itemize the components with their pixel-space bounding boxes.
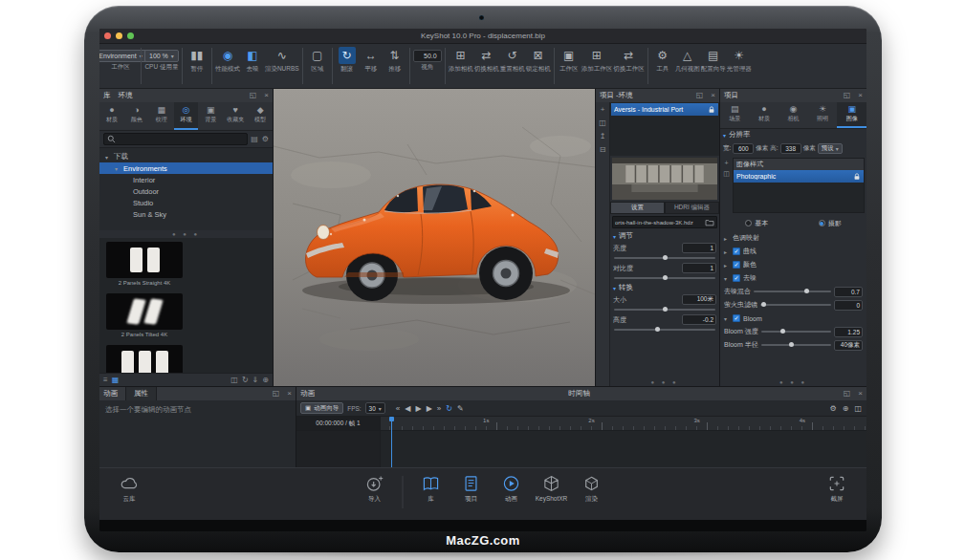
parameter-value-field[interactable]: 1 (682, 243, 716, 253)
style-item-row[interactable]: ▾✓Bloom (720, 312, 866, 325)
undock-icon[interactable]: ◱ (696, 92, 704, 99)
tree-item[interactable]: Outdoor (99, 185, 273, 197)
project-tab-场景[interactable]: ▤场景 (720, 102, 750, 128)
parameter-slider[interactable] (610, 254, 719, 262)
library-tab-纹理[interactable]: ▦纹理 (149, 102, 174, 130)
tab-settings[interactable]: 设置 (610, 202, 665, 214)
checkbox-checked-icon[interactable]: ✓ (733, 314, 740, 322)
library-tab-材质[interactable]: ●材质 (99, 102, 124, 130)
environment-select[interactable]: Environment▾工作区 (103, 47, 138, 70)
slider-knob[interactable] (663, 275, 668, 280)
render-button[interactable]: 渲染 (572, 474, 612, 504)
parameter-value-field[interactable]: -0.2 (682, 314, 716, 325)
expand-icon[interactable]: ▸ (724, 248, 730, 255)
style-item-row[interactable]: ▾✓去噪 (720, 271, 866, 285)
close-icon[interactable]: × (858, 390, 863, 398)
tree-item[interactable]: ▾Environments (99, 162, 273, 174)
slider-knob[interactable] (789, 342, 794, 347)
light-manager-button[interactable]: ☀光管理器 (727, 47, 752, 72)
add-environment-icon[interactable]: + (601, 105, 605, 114)
library-tab-收藏夹[interactable]: ♥收藏夹 (223, 102, 248, 130)
parameter-value-field[interactable]: 1 (682, 263, 716, 273)
close-icon[interactable]: × (711, 92, 715, 99)
slider-knob[interactable] (804, 289, 809, 293)
loop-icon[interactable]: ↻ (445, 404, 453, 413)
tree-item[interactable]: Studio (99, 197, 273, 208)
image-style-item[interactable]: Photographic (734, 170, 864, 183)
step-forward-icon[interactable]: ▶ (426, 404, 433, 413)
download-icon[interactable]: ⇓ (252, 376, 259, 384)
tab-hdri-editor[interactable]: HDRI 编辑器 (665, 202, 719, 214)
checkbox-checked-icon[interactable]: ✓ (733, 274, 740, 282)
section-collapse-icon[interactable]: ▾ (613, 233, 616, 240)
dolly-button[interactable]: ⇅推移 (384, 47, 406, 72)
expand-icon[interactable]: ▾ (724, 315, 730, 322)
parameter-slider[interactable] (610, 326, 719, 334)
preset-dropdown[interactable]: 预设▾ (818, 143, 843, 154)
add-workspace-button[interactable]: ⊞添加工作区 (581, 47, 613, 72)
zoom-fit-icon[interactable]: ◫ (853, 404, 863, 413)
tools-button[interactable]: ⚙工具 (651, 47, 674, 72)
environment-resize-handle[interactable]: ● ● ● (610, 378, 719, 386)
slider-value-field[interactable]: 0 (834, 300, 863, 311)
project-tab-材质[interactable]: ●材质 (750, 102, 779, 128)
resolution-section[interactable]: ▾ 分辨率 (720, 129, 866, 140)
parameter-value-field[interactable]: 100米 (682, 294, 716, 305)
timeline-track[interactable] (296, 431, 866, 467)
section-collapse-icon[interactable]: ▾ (613, 285, 616, 291)
pan-button[interactable]: ↔平移 (360, 47, 383, 72)
configurator-button[interactable]: ▤配置向导 (701, 47, 726, 72)
style-slider-row[interactable]: 萤火虫滤镜0 (720, 298, 866, 312)
slider-knob[interactable] (663, 255, 668, 260)
parameter-slider[interactable] (610, 274, 719, 282)
tree-item[interactable]: Sun & Sky (99, 208, 273, 220)
section-header[interactable]: ▾转换 (610, 282, 719, 293)
style-slider-row[interactable]: Bloom 半径40像素 (720, 338, 866, 352)
skip-start-icon[interactable]: « (395, 404, 401, 413)
library-tab-颜色[interactable]: ◑颜色 (124, 102, 149, 130)
slider-value-field[interactable]: 0.7 (834, 287, 863, 297)
perspective-field[interactable]: 50.0视角 (413, 47, 442, 70)
fps-dropdown[interactable]: 30▾ (365, 402, 385, 414)
workspace-button[interactable]: ▣工作区 (558, 47, 581, 72)
timeline-ruler[interactable]: 1s2s3s4s (381, 417, 866, 430)
pause-button[interactable]: ▮▮暂停 (186, 47, 208, 72)
keyshotxr-button[interactable]: KeyShotXR (532, 474, 572, 502)
undock-icon[interactable]: ◱ (250, 92, 257, 99)
undock-icon[interactable]: ◱ (273, 390, 280, 398)
cpu-usage-select[interactable]: 100 %▾CPU 使用量 (144, 47, 179, 70)
switch-camera-button[interactable]: ⇄切换相机 (474, 47, 499, 72)
list-view-icon[interactable]: ≡ (103, 376, 108, 384)
slider-value-field[interactable]: 1.25 (834, 327, 863, 337)
tree-item[interactable]: Interior (99, 174, 273, 185)
animation-button[interactable]: 动画 (492, 474, 532, 504)
add-camera-button[interactable]: ⊞添加相机 (449, 47, 473, 72)
slider-knob[interactable] (655, 327, 660, 332)
checkbox-checked-icon[interactable]: ✓ (733, 261, 740, 269)
project-tab-图像[interactable]: ▣图像 (837, 102, 866, 128)
hdri-file-field[interactable]: orts-hall-in-the-shadow-3K.hdz (612, 216, 717, 228)
width-field[interactable]: 600 (733, 143, 754, 154)
perspective-field-value[interactable]: 50.0 (413, 50, 442, 62)
style-item-row[interactable]: ▸✓颜色 (720, 258, 866, 271)
close-icon[interactable]: × (264, 92, 269, 99)
checkbox-checked-icon[interactable]: ✓ (733, 248, 740, 255)
refresh-icon[interactable]: ↻ (242, 376, 249, 384)
import-button[interactable]: 导入 (355, 474, 395, 504)
lock-camera-button[interactable]: ⊠锁定相机 (526, 47, 551, 72)
animation-wizard-button[interactable]: ▣动画向导 (300, 402, 343, 414)
tab-properties[interactable]: 属性 (125, 387, 157, 400)
geometry-view-button[interactable]: △几何视图 (675, 47, 700, 72)
screenshot-button[interactable]: 截屏 (817, 474, 857, 504)
add-keyframe-icon[interactable]: ⊕ (842, 404, 850, 413)
slider-track[interactable] (754, 291, 831, 292)
slider-knob[interactable] (663, 307, 668, 312)
delete-icon[interactable]: ⊟ (600, 145, 606, 154)
style-item-row[interactable]: ▸色调映射 (720, 231, 866, 245)
folder-icon[interactable] (705, 219, 714, 226)
settings-icon[interactable]: ⚙ (262, 136, 269, 143)
step-back-icon[interactable]: ◀ (404, 404, 411, 413)
expand-icon[interactable]: ▸ (724, 262, 730, 269)
mode-basic-radio[interactable]: 基本 (745, 219, 768, 228)
slider-knob[interactable] (761, 302, 766, 307)
